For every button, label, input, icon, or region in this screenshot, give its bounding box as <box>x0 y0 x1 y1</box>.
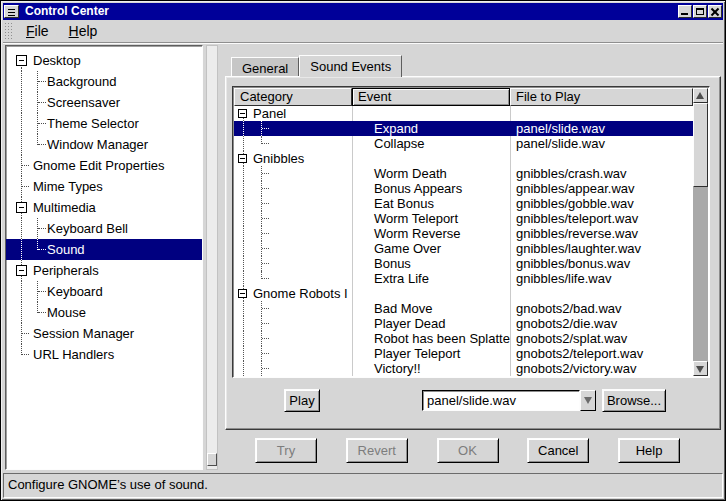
table-row[interactable]: Expandpanel/slide.wav <box>234 121 693 136</box>
sidebar-item-theme-selector[interactable]: Theme Selector <box>6 113 202 134</box>
table-cell-event: Eat Bonus <box>352 196 510 211</box>
browse-button[interactable]: Browse... <box>602 389 666 412</box>
table-cell-file: gnibbles/life.wav <box>510 271 693 286</box>
table-row[interactable]: Victory!!gnobots2/victory.wav <box>234 361 693 376</box>
table-cell-category <box>234 361 352 376</box>
table-cell-event <box>352 151 510 166</box>
category-label: Gnibbles <box>234 151 352 166</box>
tree-guide-line <box>262 166 269 174</box>
scroll-down-icon[interactable] <box>693 361 708 376</box>
tree-guide-line <box>21 134 22 155</box>
table-cell-event: Bonus <box>352 256 510 271</box>
column-header-category[interactable]: Category <box>234 88 352 106</box>
sidebar-item-label: Theme Selector <box>6 113 202 134</box>
tree-guide-line <box>38 92 46 103</box>
table-scrollbar-thumb[interactable] <box>693 103 708 187</box>
menu-file[interactable]: File <box>16 21 59 41</box>
table-cell-file: gnobots2/die.wav <box>510 316 693 331</box>
sidebar-item-gnome-edit-properties[interactable]: Gnome Edit Properties <box>6 155 202 176</box>
sidebar-item-window-manager[interactable]: Window Manager <box>6 134 202 155</box>
tree-guide-line <box>21 218 22 239</box>
table-cell-file: gnibbles/crash.wav <box>510 166 693 181</box>
menubar-grip-handle[interactable] <box>4 22 13 40</box>
tab-general[interactable]: General <box>231 57 299 77</box>
help-button[interactable]: Help <box>618 438 680 463</box>
tree-guide-line <box>243 331 244 346</box>
sidebar-item-keyboard[interactable]: Keyboard <box>6 281 202 302</box>
sidebar-item-screensaver[interactable]: Screensaver <box>6 92 202 113</box>
expander-icon[interactable] <box>238 154 247 163</box>
expander-icon[interactable] <box>238 109 247 118</box>
combo-dropdown-icon[interactable] <box>580 390 596 411</box>
revert-button[interactable]: Revert <box>346 438 408 463</box>
table-cell-file: gnobots2/teleport.wav <box>510 346 693 361</box>
tree-guide-line <box>262 196 269 204</box>
table-row[interactable]: Panel <box>234 106 693 121</box>
table-row[interactable]: Worm Teleportgnibbles/teleport.wav <box>234 211 693 226</box>
sidebar-item-multimedia[interactable]: Multimedia <box>6 197 202 218</box>
close-button[interactable] <box>708 5 722 18</box>
table-cell-category <box>234 346 352 361</box>
table-row[interactable]: Gnome Robots I <box>234 286 693 301</box>
sidebar-scrollbar-thumb[interactable] <box>207 453 217 466</box>
table-cell-category <box>234 181 352 196</box>
table-row[interactable]: Gnibbles <box>234 151 693 166</box>
expander-icon[interactable] <box>16 202 27 213</box>
sidebar-item-label: Window Manager <box>6 134 202 155</box>
tree-guide-line <box>243 361 244 376</box>
tab-sound-events[interactable]: Sound Events <box>299 55 402 77</box>
column-header-event[interactable]: Event <box>352 88 510 106</box>
expander-icon[interactable] <box>238 289 247 298</box>
titlebar[interactable]: Control Center <box>3 3 723 20</box>
tree-guide-line <box>262 346 269 354</box>
table-row[interactable]: Eat Bonusgnibbles/gobble.wav <box>234 196 693 211</box>
table-row[interactable]: Game Overgnibbles/laughter.wav <box>234 241 693 256</box>
sidebar-scrollbar[interactable] <box>206 45 218 470</box>
play-button[interactable]: Play <box>284 389 320 412</box>
table-row[interactable]: Robot has been Splatted!gnobots2/splat.w… <box>234 331 693 346</box>
tree-guide-line <box>38 218 46 229</box>
minimize-button[interactable] <box>678 5 692 18</box>
action-button-row: TryRevertOKCancelHelp <box>225 430 721 470</box>
table-row[interactable]: Extra Lifegnibbles/life.wav <box>234 271 693 286</box>
table-row[interactable]: Player Teleportgnobots2/teleport.wav <box>234 346 693 361</box>
statusbar: Configure GNOME’s use of sound. <box>3 473 723 498</box>
expander-icon[interactable] <box>16 265 27 276</box>
sidebar-item-sound[interactable]: Sound <box>6 239 202 260</box>
control-center-window: Control Center File Help DesktopBackgrou… <box>0 0 726 501</box>
table-cell-category <box>234 271 352 286</box>
sidebar-item-url-handlers[interactable]: URL Handlers <box>6 344 202 365</box>
sidebar-item-peripherals[interactable]: Peripherals <box>6 260 202 281</box>
table-row[interactable]: Bonus Appearsgnibbles/appear.wav <box>234 181 693 196</box>
expander-icon[interactable] <box>16 55 27 66</box>
table-scrollbar[interactable] <box>693 88 708 376</box>
table-row[interactable]: Bad Movegnobots2/bad.wav <box>234 301 693 316</box>
scroll-up-icon[interactable] <box>693 88 708 103</box>
table-row[interactable]: Player Deadgnobots2/die.wav <box>234 316 693 331</box>
column-header-file-to-play[interactable]: File to Play <box>510 88 693 106</box>
table-cell-file: panel/slide.wav <box>510 136 693 151</box>
maximize-button[interactable] <box>693 5 707 18</box>
cancel-button[interactable]: Cancel <box>527 438 589 463</box>
table-row[interactable]: Collapsepanel/slide.wav <box>234 136 693 151</box>
sidebar-item-keyboard-bell[interactable]: Keyboard Bell <box>6 218 202 239</box>
tree-guide-line <box>21 92 22 113</box>
window-menu-icon[interactable] <box>4 5 19 18</box>
sidebar-item-background[interactable]: Background <box>6 71 202 92</box>
try-button[interactable]: Try <box>255 438 317 463</box>
tree-guide-line <box>22 176 29 187</box>
menu-help[interactable]: Help <box>59 21 108 41</box>
tree-guide-line <box>38 71 46 82</box>
sidebar-item-mouse[interactable]: Mouse <box>6 302 202 323</box>
table-cell-file: gnibbles/laughter.wav <box>510 241 693 256</box>
sidebar-item-mime-types[interactable]: Mime Types <box>6 176 202 197</box>
table-row[interactable]: Worm Reversegnibbles/reverse.wav <box>234 226 693 241</box>
sound-file-input[interactable] <box>422 390 580 411</box>
sidebar-item-desktop[interactable]: Desktop <box>6 50 202 71</box>
sidebar-item-label: Screensaver <box>6 92 202 113</box>
table-cell-file: panel/slide.wav <box>510 121 693 136</box>
ok-button[interactable]: OK <box>437 438 499 463</box>
sidebar-item-session-manager[interactable]: Session Manager <box>6 323 202 344</box>
table-row[interactable]: Bonusgnibbles/bonus.wav <box>234 256 693 271</box>
table-row[interactable]: Worm Deathgnibbles/crash.wav <box>234 166 693 181</box>
